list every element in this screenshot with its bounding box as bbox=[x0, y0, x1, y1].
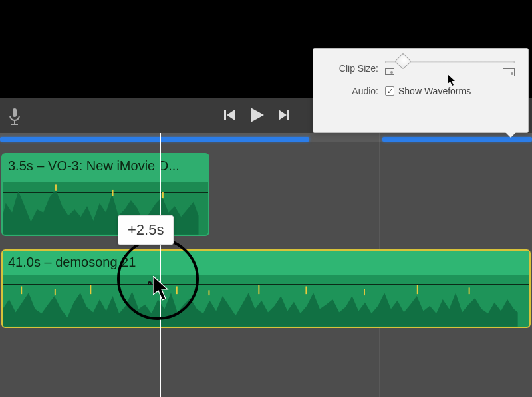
svg-rect-11 bbox=[162, 192, 164, 198]
svg-rect-17 bbox=[258, 285, 259, 295]
show-waveforms-label[interactable]: Show Waveforms bbox=[398, 86, 471, 96]
timeline-area[interactable]: 3.5s – VO-3: New iMovie D... 41.0s – dem… bbox=[0, 133, 532, 397]
svg-marker-5 bbox=[251, 108, 264, 122]
timeline-marker-bar bbox=[0, 137, 309, 142]
svg-rect-6 bbox=[287, 110, 289, 120]
play-button[interactable] bbox=[248, 106, 265, 126]
svg-marker-7 bbox=[279, 110, 287, 120]
waveform-icon bbox=[3, 273, 518, 327]
volume-keyframe-icon[interactable] bbox=[148, 281, 152, 285]
show-waveforms-checkbox[interactable]: ✓ bbox=[385, 86, 394, 96]
transport-controls bbox=[223, 106, 291, 126]
svg-rect-21 bbox=[469, 288, 470, 295]
svg-rect-19 bbox=[364, 289, 365, 296]
microphone-icon[interactable] bbox=[8, 108, 21, 129]
clip-size-label: Clip Size: bbox=[327, 63, 378, 74]
small-thumbnail-icon bbox=[385, 68, 394, 75]
timeline-marker-bar bbox=[382, 137, 532, 142]
audio-clip[interactable]: 41.0s – demosong 21 bbox=[1, 249, 531, 328]
svg-rect-20 bbox=[417, 285, 418, 295]
volume-line[interactable] bbox=[3, 284, 529, 285]
svg-rect-12 bbox=[21, 287, 22, 295]
svg-marker-4 bbox=[227, 110, 235, 120]
cursor-icon bbox=[448, 74, 457, 89]
svg-marker-8 bbox=[448, 74, 455, 86]
next-button[interactable] bbox=[277, 108, 291, 124]
svg-rect-13 bbox=[55, 289, 56, 296]
audio-clip[interactable]: 3.5s – VO-3: New iMovie D... bbox=[1, 153, 209, 236]
svg-rect-14 bbox=[90, 285, 91, 295]
scrub-offset-tooltip: +2.5s bbox=[118, 215, 174, 245]
svg-rect-18 bbox=[305, 287, 307, 295]
svg-rect-0 bbox=[13, 108, 17, 117]
clip-label: 41.0s – demosong 21 bbox=[8, 255, 136, 270]
volume-line[interactable] bbox=[3, 192, 208, 193]
large-thumbnail-icon bbox=[503, 68, 515, 76]
prev-button[interactable] bbox=[223, 108, 236, 124]
playhead[interactable] bbox=[160, 133, 161, 397]
svg-rect-9 bbox=[55, 185, 57, 191]
slider-thumb-icon[interactable] bbox=[394, 53, 411, 69]
audio-label: Audio: bbox=[327, 86, 378, 96]
timeline-settings-popover: Clip Size: Audio: ✓ Show Waveforms bbox=[313, 48, 529, 133]
clip-label: 3.5s – VO-3: New iMovie D... bbox=[8, 158, 180, 174]
svg-rect-16 bbox=[208, 291, 209, 296]
svg-rect-3 bbox=[224, 110, 226, 120]
svg-rect-15 bbox=[176, 287, 178, 295]
